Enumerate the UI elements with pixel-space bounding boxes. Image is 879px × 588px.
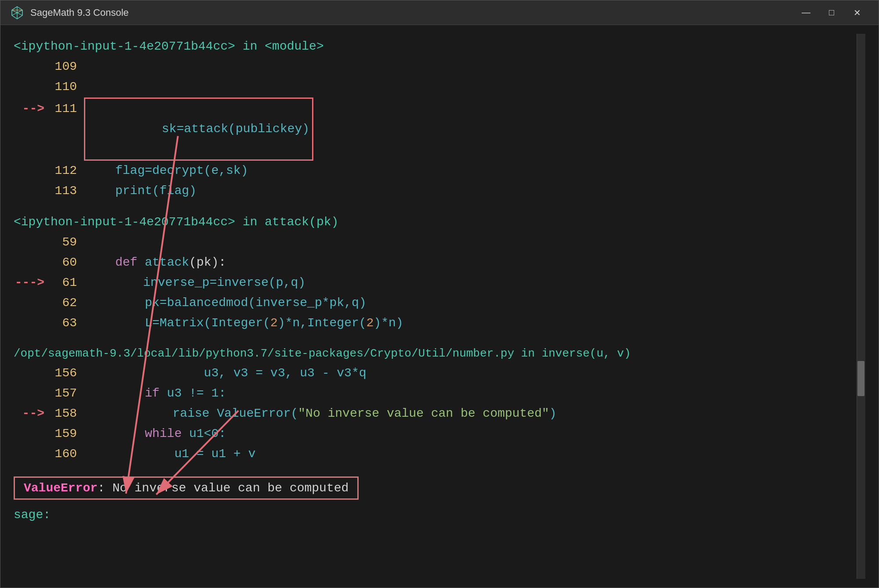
code-line-60: 60 def attack(pk): (14, 253, 857, 273)
code-line-157: 157 if u3 != 1: (14, 383, 857, 404)
prompt-text: sage: (14, 505, 51, 525)
window-title: SageMath 9.3 Console (30, 7, 793, 18)
svg-marker-5 (17, 10, 22, 15)
code-line-160: 160 u1 = u1 + v (14, 444, 857, 464)
section-header-2: <ipython-input-1-4e20771b44cc> in attack… (14, 212, 857, 232)
code-line-158: --> 158 raise ValueError("No inverse val… (14, 404, 857, 424)
window-controls: — □ ✕ (793, 0, 870, 25)
error-section: ValueError: No inverse value can be comp… (14, 476, 857, 525)
code-line-111: --> 111 sk=attack(publickey) (14, 97, 857, 161)
section-header-3: /opt/sagemath-9.3/local/lib/python3.7/si… (14, 344, 857, 363)
section-header-1: <ipython-input-1-4e20771b44cc> in <modul… (14, 36, 857, 57)
scrollbar[interactable] (857, 34, 865, 579)
code-line-62: 62 pk=balancedmod(inverse_p*pk,q) (14, 293, 857, 313)
code-line-112: 112 flag=decrypt(e,sk) (14, 161, 857, 181)
error-message: : No inverse value can be computed (98, 481, 349, 495)
app-icon (9, 5, 25, 21)
titlebar: SageMath 9.3 Console — □ ✕ (0, 0, 879, 25)
scrollbar-thumb[interactable] (857, 361, 864, 396)
sage-prompt: sage: (14, 505, 857, 525)
console-content: <ipython-input-1-4e20771b44cc> in <modul… (14, 34, 857, 579)
code-line-59: 59 (14, 232, 857, 253)
console-body: <ipython-input-1-4e20771b44cc> in <modul… (0, 25, 879, 588)
code-line-109: 109 (14, 57, 857, 77)
maximize-button[interactable]: □ (819, 0, 844, 25)
close-button[interactable]: ✕ (844, 0, 870, 25)
code-line-159: 159 while u1<0: (14, 424, 857, 444)
main-window: SageMath 9.3 Console — □ ✕ <ipython-inpu… (0, 0, 879, 588)
error-label: ValueError (24, 481, 98, 495)
error-box: ValueError: No inverse value can be comp… (14, 476, 359, 500)
svg-marker-4 (12, 10, 17, 15)
minimize-button[interactable]: — (793, 0, 819, 25)
highlight-box-111: sk=attack(publickey) (84, 97, 313, 161)
code-line-61: ---> 61 inverse_p=inverse(p,q) (14, 273, 857, 293)
code-line-110: 110 (14, 77, 857, 97)
code-line-156: 156 u3, v3 = v3, u3 - v3*q (14, 363, 857, 383)
code-line-63: 63 L=Matrix(Integer(2)*n,Integer(2)*n) (14, 313, 857, 333)
code-line-113: 113 print(flag) (14, 181, 857, 201)
